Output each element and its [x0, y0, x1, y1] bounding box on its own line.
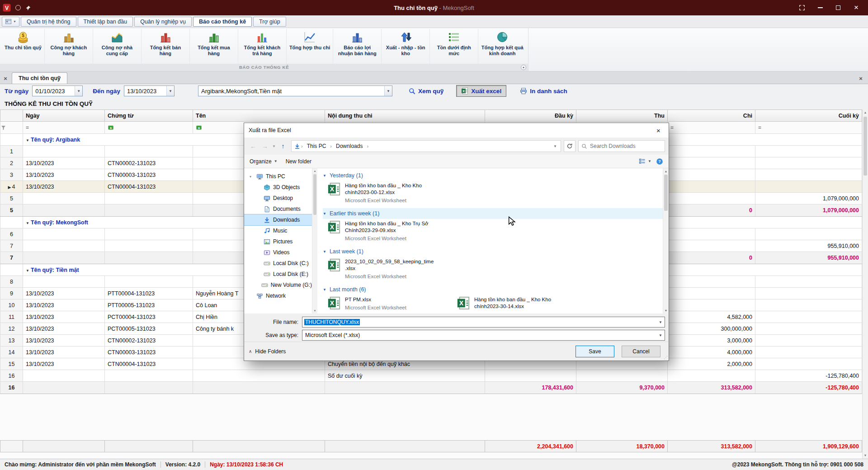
table-row[interactable]: 16Số dư cuối kỳ-125,780,400: [0, 370, 862, 382]
scrollbar-thumb[interactable]: [863, 117, 867, 176]
tree-scrollbar[interactable]: ▲▼: [312, 168, 317, 313]
from-date-input[interactable]: 01/10/2023▼: [32, 85, 83, 96]
file-group-header[interactable]: ▼Last month (6): [323, 284, 669, 295]
ribbon-button-tong-ket-mua-hang[interactable]: Tổng kết mua hàng: [190, 29, 238, 64]
view-options-button[interactable]: ▼: [639, 158, 651, 165]
history-chevron-icon[interactable]: ▼: [271, 144, 277, 148]
minimize-button[interactable]: [811, 0, 829, 15]
file-item[interactable]: XPT PM.xlsxMicrosoft Excel Worksheet: [327, 295, 448, 313]
ribbon-collapse-button[interactable]: ●: [521, 65, 526, 70]
sidebar-item-desktop[interactable]: Desktop: [244, 193, 312, 204]
file-name-input[interactable]: THUCHITONQUY.xlsx▼: [302, 317, 665, 328]
document-tab-active[interactable]: Thu chi tồn quỹ: [12, 72, 67, 84]
file-item[interactable]: XHàng tồn kho ban đầu _ Kho Kho chính202…: [457, 295, 578, 313]
resize-grip[interactable]: ⋰: [664, 355, 668, 360]
search-box[interactable]: [578, 140, 665, 152]
file-group-header[interactable]: ▼Last week (1): [323, 246, 669, 257]
sidebar-item-3d-objects[interactable]: 3D Objects: [244, 182, 312, 193]
new-folder-button[interactable]: New folder: [286, 158, 311, 165]
sidebar-item-local-disk-e[interactable]: Local Disk (E:): [244, 269, 312, 280]
column-header-ten[interactable]: Tên: [193, 110, 325, 122]
file-item[interactable]: XHàng tồn kho ban đầu _ Kho Kho chính202…: [327, 181, 448, 204]
file-group-header[interactable]: ▼Yesterday (1): [323, 170, 669, 181]
sidebar-item-new-volume-g[interactable]: New Volume (G:): [244, 280, 312, 290]
chevron-down-icon[interactable]: ▼: [75, 86, 82, 96]
close-button[interactable]: ×: [847, 0, 865, 15]
breadcrumb-item-this-pc[interactable]: This PC: [304, 141, 330, 152]
chevron-down-icon[interactable]: ▼: [659, 333, 662, 337]
scroll-down-icon[interactable]: ▼: [863, 452, 868, 459]
save-as-type-select[interactable]: Microsoft Excel (*.xlsx)▼: [302, 330, 665, 341]
ribbon-tab-quan-tri-he-thong[interactable]: Quản trị hệ thống: [21, 17, 76, 27]
export-excel-button[interactable]: XXuất excel: [456, 85, 506, 97]
sidebar-item-pictures[interactable]: Pictures: [244, 236, 312, 247]
ribbon-button-thu-chi-ton-quy[interactable]: $Thu chi tồn quỹ: [2, 29, 45, 64]
print-list-button[interactable]: In danh sách: [516, 87, 571, 95]
file-list-scrollbar[interactable]: ▲▼: [663, 168, 669, 313]
grid-scrollbar[interactable]: ▲ ▼: [862, 109, 868, 459]
ribbon-tab-tro-giup[interactable]: Trợ giúp: [253, 17, 286, 27]
file-item[interactable]: X2023_10_02_09_59_58_keeping_time .xlsxM…: [327, 257, 448, 280]
column-header-chung-tu[interactable]: Chứng từ: [105, 110, 193, 122]
ribbon-tab-quan-ly-nghiep-vu[interactable]: Quản lý nghiệp vụ: [134, 17, 192, 27]
sidebar-item-videos[interactable]: Videos: [244, 247, 312, 258]
filter-cell-1[interactable]: a: [105, 122, 193, 134]
scroll-up-icon[interactable]: ▲: [863, 109, 868, 116]
filter-cell-6[interactable]: =: [668, 122, 755, 134]
ribbon-button-tong-hop-ket-qua-kinh-doanh[interactable]: Tổng hợp kết quả kinh doanh: [478, 29, 526, 64]
close-tab-left-icon[interactable]: ×: [0, 73, 11, 84]
ribbon-button-tong-ket-khach-tra-hang[interactable]: Tổng kết khách trả hàng: [238, 29, 287, 64]
sidebar-item-this-pc[interactable]: ▾This PC: [244, 171, 312, 182]
fullscreen-button[interactable]: [793, 0, 811, 15]
address-chevron-icon[interactable]: ▼: [553, 144, 558, 148]
cancel-button[interactable]: Cancel: [622, 346, 660, 357]
column-header-au-ky[interactable]: Đầu kỳ: [485, 110, 576, 122]
ribbon-button-xuat-nhap-ton-kho[interactable]: Xuất - nhập - tồn kho: [382, 29, 430, 64]
back-button[interactable]: ←: [248, 141, 259, 152]
filter-cell-0[interactable]: =: [23, 122, 105, 134]
column-header-ngay[interactable]: Ngày: [23, 110, 105, 122]
ribbon-button-cong-no-khach-hang[interactable]: Công nợ khách hàng: [45, 29, 93, 64]
column-header-noi-dung-thu-chi[interactable]: Nội dung thu chi: [325, 110, 485, 122]
close-tab-right-icon[interactable]: ×: [855, 73, 866, 84]
help-icon[interactable]: ?: [656, 158, 663, 165]
refresh-button[interactable]: [564, 140, 576, 152]
up-button[interactable]: ↑: [278, 141, 288, 152]
forward-button[interactable]: →: [259, 141, 270, 152]
file-group-header[interactable]: ▼Earlier this week (1): [323, 208, 666, 219]
ribbon-button-tong-ket-ban-hang[interactable]: Tổng kết bán hàng: [142, 29, 190, 64]
app-menu-button[interactable]: ▼: [2, 17, 19, 27]
expander-icon[interactable]: ▾: [250, 175, 254, 179]
to-date-input[interactable]: 13/10/2023▼: [124, 85, 175, 96]
sidebar-item-documents[interactable]: Documents: [244, 204, 312, 214]
view-fund-button[interactable]: Xem quỹ: [405, 88, 447, 95]
organize-button[interactable]: Organize▼: [250, 158, 278, 165]
save-button[interactable]: Save: [576, 346, 614, 357]
chevron-down-icon[interactable]: ▼: [659, 320, 662, 324]
address-bar[interactable]: ›This PC›Downloads›▼: [291, 140, 561, 152]
chevron-down-icon[interactable]: ▼: [166, 86, 174, 96]
column-header-thu[interactable]: Thu: [576, 110, 668, 122]
filter-cell-7[interactable]: =: [755, 122, 862, 134]
ribbon-button-cong-no-nha-cung-cap[interactable]: Công nợ nhà cung cấp: [93, 29, 142, 64]
column-header-cuoi-ky[interactable]: Cuối kỳ: [755, 110, 862, 122]
ribbon-button-ton-duoi-inh-muc[interactable]: Tồn dưới định mức: [430, 29, 478, 64]
sidebar-item-local-disk-c[interactable]: Local Disk (C:): [244, 258, 312, 269]
hide-folders-button[interactable]: ∧Hide Folders: [249, 348, 286, 355]
search-input[interactable]: [590, 143, 662, 149]
dialog-close-button[interactable]: ×: [648, 123, 669, 138]
column-header-chi[interactable]: Chi: [668, 110, 755, 122]
sidebar-item-downloads[interactable]: Downloads: [244, 214, 312, 225]
ribbon-button-tong-hop-thu-chi[interactable]: Tổng hợp thu chi: [287, 29, 333, 64]
fund-filter-select[interactable]: Argibank,MekongSoft,Tiền mặt▼: [198, 85, 392, 96]
chevron-down-icon[interactable]: ▼: [384, 86, 392, 96]
sidebar-item-music[interactable]: Music: [244, 225, 312, 236]
ribbon-tab-thiet-lap-ban-au[interactable]: Thiết lập ban đầu: [78, 17, 133, 27]
maximize-button[interactable]: [829, 0, 847, 15]
file-item[interactable]: XHàng tồn kho ban đầu _ Kho Trụ Sở Chính…: [327, 219, 448, 242]
group-footer-row[interactable]: 16178,431,6009,370,000313,582,000-125,78…: [0, 382, 862, 394]
ribbon-tab-bao-cao-thong-ke[interactable]: Báo cáo thống kê: [193, 17, 252, 27]
filter-funnel-icon[interactable]: [0, 122, 23, 134]
ribbon-button-bao-cao-loi-nhuan-ban-hang[interactable]: Báo cáo lợi nhuận bán hàng: [333, 29, 382, 64]
breadcrumb-item-downloads[interactable]: Downloads: [333, 141, 366, 152]
